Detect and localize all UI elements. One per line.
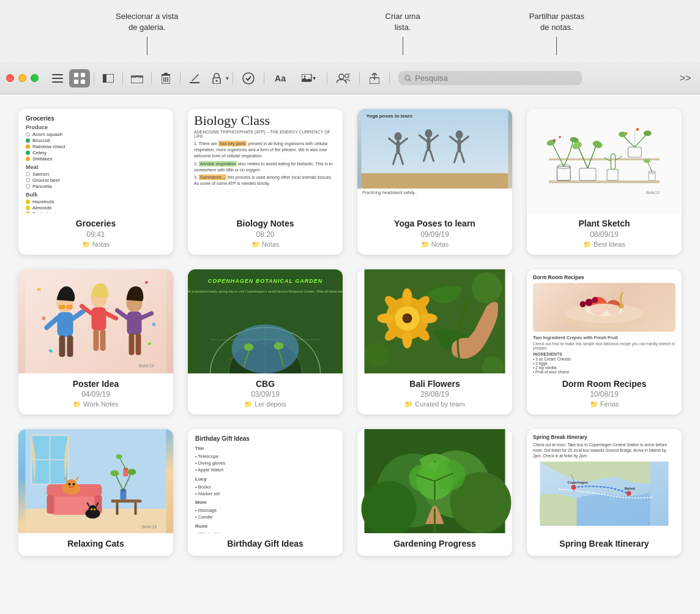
note-card-bali[interactable]: Bali Flowers 28/08/19 📁 Curated by team bbox=[357, 269, 512, 414]
folder-icon-plant: 📁 bbox=[583, 241, 592, 249]
note-folder-plant: 📁 Best Ideas bbox=[533, 241, 676, 249]
note-info-biology: Biology Notes 08:20 📁 Notas bbox=[188, 213, 343, 254]
note-preview-gardening bbox=[357, 429, 512, 533]
svg-rect-15 bbox=[164, 73, 168, 74]
checklist-button[interactable] bbox=[237, 69, 260, 88]
list-view-button[interactable] bbox=[47, 69, 68, 88]
gallery-view-button[interactable] bbox=[69, 69, 90, 88]
folder-icon-poster: 📁 bbox=[73, 400, 81, 408]
svg-rect-58 bbox=[611, 154, 615, 170]
separator-1 bbox=[94, 72, 94, 84]
svg-point-124 bbox=[365, 343, 389, 367]
yoga-image: Yoga poses to learn bbox=[357, 109, 512, 189]
svg-point-118 bbox=[420, 313, 438, 323]
svg-point-151 bbox=[128, 469, 136, 475]
media-button[interactable]: ▾ bbox=[294, 69, 323, 88]
note-card-biology[interactable]: Biology Class ADENOSINE TRIPHOSPHATE (AT… bbox=[188, 109, 343, 254]
note-preview-biology: Biology Class ADENOSINE TRIPHOSPHATE (AT… bbox=[188, 109, 343, 213]
folder-icon-yoga: 📁 bbox=[421, 241, 430, 249]
svg-text:Yoga poses to learn: Yoga poses to learn bbox=[367, 113, 413, 119]
svg-rect-147 bbox=[135, 503, 137, 515]
svg-rect-78 bbox=[67, 305, 73, 309]
separator-5 bbox=[233, 72, 233, 84]
note-card-spring[interactable]: Spring Break Itinerary Check out at noon… bbox=[527, 429, 682, 556]
note-preview-plant: Bella'19 bbox=[527, 109, 682, 213]
svg-point-117 bbox=[378, 313, 395, 323]
svg-point-109 bbox=[244, 343, 254, 351]
svg-point-62 bbox=[553, 140, 556, 143]
maximize-button[interactable] bbox=[31, 74, 39, 82]
svg-point-110 bbox=[274, 342, 284, 350]
note-preview-birthday: Birthday Gift Ideas Tim • Telescope• Div… bbox=[188, 429, 343, 533]
svg-rect-12 bbox=[165, 77, 166, 82]
note-card-cats[interactable]: Bella'19 Relaxing Cats bbox=[18, 429, 173, 556]
collaborate-button[interactable]: + bbox=[331, 69, 356, 88]
share-folder-button[interactable] bbox=[127, 69, 147, 88]
search-bar[interactable] bbox=[398, 71, 582, 85]
svg-rect-91 bbox=[136, 334, 141, 355]
svg-rect-1 bbox=[52, 78, 63, 79]
note-info-spring: Spring Break Itinerary bbox=[527, 533, 682, 556]
note-folder-bali: 📁 Curated by team bbox=[363, 400, 506, 408]
svg-point-150 bbox=[111, 470, 119, 476]
note-card-dorm[interactable]: Dorm Room Recipes bbox=[527, 269, 682, 414]
svg-point-132 bbox=[580, 301, 586, 307]
note-title-gardening: Gardening Progress bbox=[363, 538, 506, 549]
note-card-gardening[interactable]: Gardening Progress bbox=[357, 429, 512, 556]
note-preview-groceries: Groceries Produce Acorn squash Broccoli … bbox=[18, 109, 173, 213]
annotation-area: Selecionar a vista de galeria. Criar uma… bbox=[0, 0, 700, 62]
svg-point-65 bbox=[636, 128, 639, 131]
svg-point-25 bbox=[405, 75, 410, 80]
svg-point-108 bbox=[232, 324, 299, 373]
lock-button[interactable] bbox=[206, 69, 227, 88]
note-card-yoga[interactable]: Yoga poses to learn Practicing headstand… bbox=[357, 109, 512, 254]
note-card-poster[interactable]: Bella'19 Poster Idea 04/09/19 📁 Work Not… bbox=[18, 269, 173, 414]
svg-point-20 bbox=[303, 75, 305, 77]
close-button[interactable] bbox=[6, 74, 14, 82]
note-card-plant[interactable]: Bella'19 Plant Sketch 08/09/19 📁 Best Id… bbox=[527, 109, 682, 254]
svg-rect-59 bbox=[628, 148, 641, 157]
note-card-groceries[interactable]: Groceries Produce Acorn squash Broccoli … bbox=[18, 109, 173, 254]
svg-point-134 bbox=[619, 304, 624, 309]
separator-7 bbox=[327, 72, 327, 84]
svg-rect-146 bbox=[116, 503, 119, 515]
format-label: Aa bbox=[275, 73, 286, 83]
note-folder-dorm: 📁 Férias bbox=[533, 400, 676, 408]
svg-rect-3 bbox=[74, 73, 78, 77]
svg-point-154 bbox=[69, 483, 71, 485]
note-info-cats: Relaxing Cats bbox=[18, 533, 173, 556]
svg-text:COPENHAGEN BOTANICAL GARDEN: COPENHAGEN BOTANICAL GARDEN bbox=[208, 278, 323, 284]
delete-button[interactable] bbox=[155, 69, 176, 88]
format-button[interactable]: Aa bbox=[268, 69, 292, 88]
separator-3 bbox=[151, 72, 152, 84]
note-info-birthday: Birthday Gift Ideas bbox=[188, 533, 343, 556]
svg-rect-5 bbox=[74, 80, 78, 84]
folder-icon-groceries: 📁 bbox=[82, 241, 91, 249]
share-button[interactable] bbox=[363, 69, 385, 88]
note-date-plant: 08/09/19 bbox=[533, 230, 676, 239]
svg-text:+: + bbox=[348, 73, 350, 77]
svg-rect-84 bbox=[94, 329, 99, 351]
expand-button[interactable]: >> bbox=[677, 70, 694, 87]
compose-button[interactable] bbox=[184, 69, 205, 88]
svg-point-61 bbox=[644, 131, 652, 137]
note-date-poster: 04/09/19 bbox=[24, 390, 167, 399]
svg-text:Bella'19: Bella'19 bbox=[646, 191, 660, 195]
note-card-cbg[interactable]: COPENHAGEN BOTANICAL GARDEN While a wond… bbox=[188, 269, 343, 414]
groceries-preview-title: Groceries bbox=[26, 115, 166, 122]
svg-text:While a wonderful early spring: While a wonderful early spring day to vi… bbox=[188, 290, 343, 293]
note-folder-cbg: 📁 Ler depois bbox=[194, 400, 337, 408]
note-card-birthday[interactable]: Birthday Gift Ideas Tim • Telescope• Div… bbox=[188, 429, 343, 556]
svg-rect-57 bbox=[607, 170, 618, 181]
note-info-dorm: Dorm Room Recipes 10/08/19 📁 Férias bbox=[527, 373, 682, 414]
annotation-list-text: Criar uma lista. bbox=[385, 12, 420, 32]
note-preview-cbg: COPENHAGEN BOTANICAL GARDEN While a wond… bbox=[188, 269, 343, 373]
svg-point-63 bbox=[559, 137, 561, 139]
svg-rect-11 bbox=[163, 77, 165, 82]
notes-grid: Groceries Produce Acorn squash Broccoli … bbox=[18, 109, 682, 556]
minimize-button[interactable] bbox=[18, 74, 26, 82]
svg-text:Copenhagen: Copenhagen bbox=[568, 481, 589, 484]
search-input[interactable] bbox=[415, 73, 576, 83]
svg-rect-90 bbox=[129, 334, 135, 355]
sidebar-toggle-button[interactable] bbox=[98, 69, 119, 88]
